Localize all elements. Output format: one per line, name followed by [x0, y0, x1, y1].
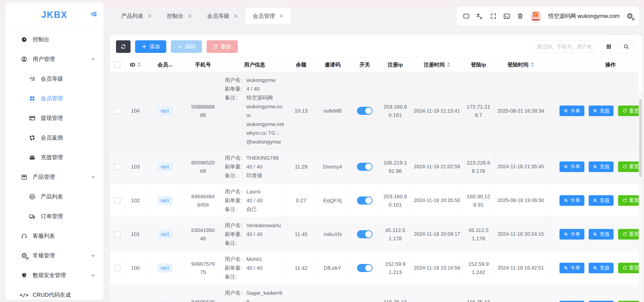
- row-checkbox[interactable]: [114, 197, 120, 204]
- select-all-checkbox[interactable]: [114, 61, 120, 68]
- recharge-button[interactable]: 充值: [589, 263, 614, 273]
- recharge-button[interactable]: 充值: [589, 195, 614, 206]
- status-toggle[interactable]: [357, 264, 373, 272]
- recharge-button[interactable]: 充值: [589, 106, 614, 116]
- add-button[interactable]: 添加: [135, 40, 166, 53]
- cell-register-ip: 45.112.51.178: [383, 226, 407, 243]
- table-row: 104 vip1 5688888888 用户名:wukongymw 刷单量:4 …: [110, 72, 639, 150]
- sidebar-item-member-level[interactable]: 会员等级: [5, 69, 104, 89]
- sidebar-item-member-management[interactable]: 会员管理: [5, 89, 104, 108]
- sidebar-item-support-list[interactable]: 客服列表: [5, 226, 104, 246]
- sidebar-item-product-list[interactable]: 产品列表: [5, 187, 104, 207]
- card-order-button[interactable]: 卡单: [559, 229, 584, 240]
- cell-invite-code: DfLekY: [315, 251, 350, 285]
- sidebar-item-product-management[interactable]: 产品管理: [5, 167, 104, 187]
- trash-icon[interactable]: [517, 13, 524, 19]
- scrollbar-thumb[interactable]: [639, 99, 642, 177]
- close-icon[interactable]: ✕: [279, 13, 284, 19]
- cell-balance: 11.45: [287, 217, 315, 251]
- recharge-button[interactable]: 充值: [589, 229, 614, 240]
- reset-order-button[interactable]: 重置订单: [618, 263, 639, 273]
- cell-balance: 11.29: [287, 150, 315, 184]
- col-login-time[interactable]: 登陆时间: [494, 57, 548, 72]
- username-value: THEKING786: [247, 153, 284, 162]
- col-register-time[interactable]: 注册时间: [411, 57, 463, 72]
- note-label: 备注:: [225, 272, 247, 281]
- sidebar-item-recharge-management[interactable]: 充值管理: [5, 148, 104, 167]
- cell-login-time: 2024-11-18 20:24:15: [494, 217, 548, 251]
- tab-member-management[interactable]: 会员管理✕: [245, 8, 291, 24]
- cell-balance: 11.42: [287, 251, 315, 285]
- sidebar-item-order-management[interactable]: 订单管理: [5, 207, 104, 226]
- sidebar-item-crud-generator[interactable]: </> CRUD代码生成: [5, 285, 104, 300]
- settings-gear-icon[interactable]: ⚙⚙: [626, 12, 633, 20]
- brush-label: 刷单量:: [225, 162, 247, 171]
- username-value: Mohit1: [247, 255, 284, 263]
- close-icon[interactable]: ✕: [147, 13, 152, 19]
- monitor-icon[interactable]: [463, 13, 470, 20]
- sidebar-item-general-management[interactable]: ⚙⚙ 常规管理: [5, 246, 104, 265]
- card-order-button[interactable]: 卡单: [559, 161, 584, 172]
- sidebar-item-console[interactable]: 控制台: [5, 30, 104, 49]
- row-checkbox[interactable]: [114, 108, 120, 114]
- recharge-button[interactable]: 充值: [589, 301, 614, 302]
- sidebar-item-withdraw-management[interactable]: 提现管理: [5, 108, 104, 128]
- col-id[interactable]: ID: [125, 57, 146, 72]
- fullscreen-icon[interactable]: [490, 13, 497, 19]
- recharge-button[interactable]: 充值: [589, 161, 614, 172]
- row-checkbox[interactable]: [114, 231, 120, 238]
- tab-console[interactable]: 控制台✕: [159, 8, 200, 24]
- sort-icon[interactable]: [137, 62, 141, 67]
- reset-order-button[interactable]: 重置订单: [618, 106, 639, 116]
- tab-bar: 产品列表✕ 控制台✕ 会员等级✕ 会员管理✕: [114, 7, 291, 26]
- note-value: 印度佬: [247, 171, 284, 180]
- status-toggle[interactable]: [357, 107, 373, 115]
- cell-balance: 0.27: [287, 184, 315, 217]
- avatar[interactable]: [530, 11, 541, 22]
- status-toggle[interactable]: [357, 230, 373, 238]
- card-order-button[interactable]: 卡单: [559, 195, 584, 206]
- reset-order-button[interactable]: 重置订单: [618, 229, 639, 240]
- table-row: 101 vip1 6304195048 用户名:Venkateswarlu 刷单…: [110, 217, 639, 251]
- delete-button[interactable]: 删除: [207, 40, 238, 53]
- columns-grid-button[interactable]: [600, 40, 617, 53]
- brush-value: 40 / 40: [247, 230, 284, 239]
- search-button[interactable]: [617, 40, 634, 53]
- tab-product-list[interactable]: 产品列表✕: [114, 8, 159, 24]
- headset-icon: [20, 233, 28, 239]
- note-value: [247, 239, 284, 247]
- sidebar-collapse-icon[interactable]: [90, 11, 97, 18]
- status-toggle[interactable]: [357, 163, 373, 171]
- row-checkbox[interactable]: [114, 163, 120, 170]
- card-order-button[interactable]: 卡单: [559, 263, 584, 273]
- refresh-button[interactable]: [116, 40, 131, 53]
- reset-order-button[interactable]: 重置订单: [618, 195, 639, 206]
- search-input[interactable]: [533, 40, 595, 53]
- close-icon[interactable]: ✕: [188, 13, 192, 19]
- translate-icon[interactable]: 文A: [476, 13, 483, 20]
- sidebar-item-user-management[interactable]: 用户管理: [5, 49, 104, 69]
- card-order-button[interactable]: 卡单: [559, 301, 584, 302]
- sort-icon[interactable]: [447, 62, 450, 67]
- row-checkbox[interactable]: [114, 265, 120, 271]
- reset-order-button[interactable]: 重置订单: [618, 301, 639, 302]
- status-toggle[interactable]: [357, 196, 373, 205]
- cell-register-time: 2024-11-18 14:48:08: [411, 285, 463, 302]
- card-order-button[interactable]: 卡单: [559, 106, 584, 116]
- cell-login-ip: 152.59.91.242: [467, 260, 490, 276]
- tab-member-level[interactable]: 会员等级✕: [199, 8, 245, 24]
- user-name[interactable]: 悟空源码网 wukongymw.com: [548, 12, 620, 20]
- close-icon[interactable]: ✕: [233, 13, 238, 19]
- reset-order-button[interactable]: 重置订单: [618, 161, 639, 172]
- sort-icon[interactable]: [531, 62, 534, 67]
- terminal-icon[interactable]: [503, 13, 510, 20]
- edit-button[interactable]: 编辑: [171, 40, 202, 53]
- sidebar-item-data-security[interactable]: 数据安全管理: [5, 265, 104, 285]
- level-badge: vip1: [158, 162, 172, 171]
- level-badge: vip1: [158, 107, 172, 115]
- cell-register-time: 2024-11-18 20:08:17: [411, 217, 463, 251]
- col-balance: 余额: [287, 57, 315, 72]
- sidebar-item-member-rebate[interactable]: 会员返佣: [5, 128, 104, 148]
- chevron-up-icon: [91, 175, 96, 180]
- username-label: 用户名:: [225, 187, 247, 196]
